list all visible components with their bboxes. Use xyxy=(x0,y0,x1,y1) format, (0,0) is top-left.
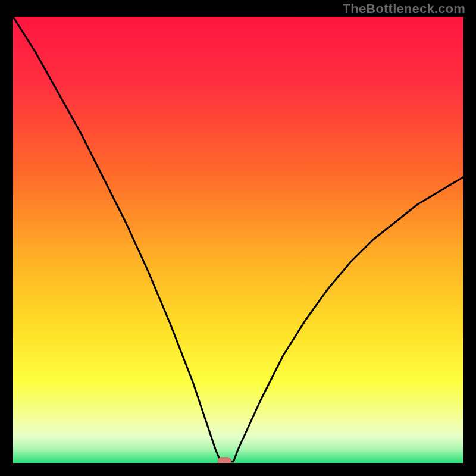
plot-svg xyxy=(13,17,463,463)
watermark-text: TheBottleneck.com xyxy=(343,1,465,17)
chart-frame: TheBottleneck.com xyxy=(0,0,476,476)
gradient-background xyxy=(13,17,463,463)
bottleneck-plot xyxy=(13,17,463,463)
optimal-point-marker xyxy=(218,458,231,463)
